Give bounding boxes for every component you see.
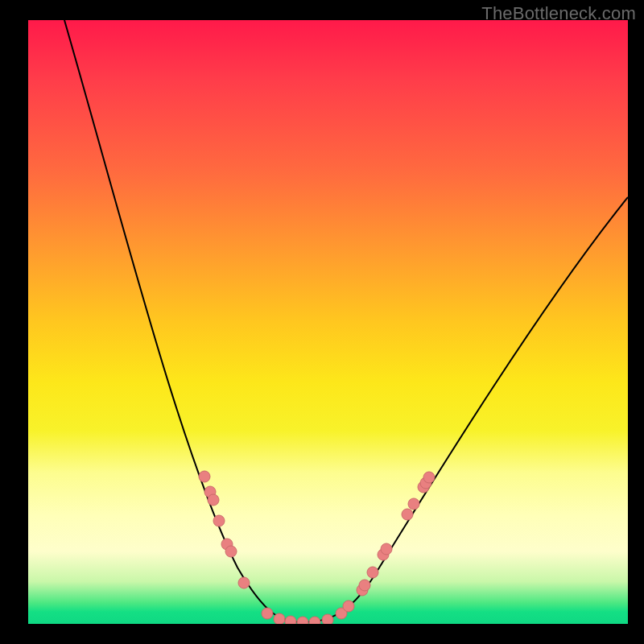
data-dot bbox=[213, 515, 225, 526]
data-dot bbox=[359, 580, 370, 591]
data-dot bbox=[408, 498, 419, 510]
data-dot bbox=[238, 577, 250, 588]
data-dot bbox=[285, 616, 296, 624]
data-dot bbox=[367, 567, 378, 578]
data-dot bbox=[274, 613, 285, 624]
dot-group bbox=[199, 471, 435, 624]
data-dot bbox=[343, 601, 354, 612]
data-dot bbox=[309, 617, 320, 624]
curve-layer bbox=[28, 20, 628, 624]
watermark-text: TheBottleneck.com bbox=[481, 3, 636, 24]
bottleneck-curve bbox=[64, 20, 628, 622]
plot-area bbox=[28, 20, 628, 624]
data-dot bbox=[402, 509, 413, 520]
data-dot bbox=[423, 472, 435, 483]
chart-frame: TheBottleneck.com bbox=[0, 0, 644, 644]
data-dot bbox=[322, 614, 333, 624]
data-dot bbox=[208, 494, 219, 506]
data-dot bbox=[297, 617, 308, 624]
data-dot bbox=[225, 546, 237, 557]
data-dot bbox=[381, 543, 392, 555]
data-dot bbox=[262, 608, 273, 619]
data-dot bbox=[199, 471, 210, 482]
